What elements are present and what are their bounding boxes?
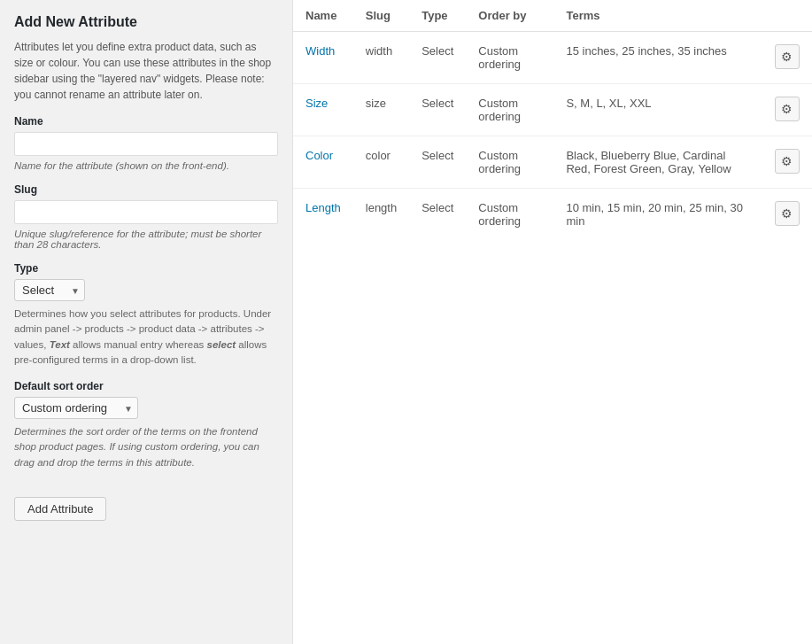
col-slug: Slug — [353, 0, 409, 32]
attributes-table: Name Slug Type Order by Terms Width widt… — [293, 0, 812, 240]
name-field-group: Name Name for the attribute (shown on th… — [14, 115, 278, 171]
sort-order-label: Default sort order — [14, 380, 278, 392]
col-type: Type — [409, 0, 466, 32]
type-select[interactable]: Select Text — [14, 279, 85, 301]
sort-order-select-wrapper: Custom ordering Name Name (numeric) Term… — [14, 397, 138, 419]
row-name: Length — [293, 189, 353, 241]
attribute-link[interactable]: Width — [305, 44, 335, 58]
row-orderby: Custom ordering — [466, 136, 553, 189]
row-actions: ⚙ — [762, 32, 812, 84]
col-name: Name — [293, 0, 353, 32]
name-label: Name — [14, 115, 278, 128]
type-field-group: Type Select Text ▼ Determines how you se… — [14, 262, 278, 368]
attributes-table-panel: Name Slug Type Order by Terms Width widt… — [292, 0, 812, 644]
col-terms: Terms — [553, 0, 762, 32]
row-slug: width — [353, 32, 409, 84]
row-terms: 10 min, 15 min, 20 min, 25 min, 30 min — [553, 189, 762, 241]
type-label: Type — [14, 262, 278, 275]
settings-button[interactable]: ⚙ — [775, 201, 800, 226]
type-select-wrapper: Select Text ▼ — [14, 279, 85, 301]
row-terms: 15 inches, 25 inches, 35 inches — [553, 32, 762, 84]
type-description: Determines how you select attributes for… — [14, 306, 278, 368]
row-orderby: Custom ordering — [466, 32, 553, 84]
row-actions: ⚙ — [762, 189, 812, 241]
row-slug: length — [353, 189, 409, 241]
attribute-link[interactable]: Color — [305, 149, 333, 162]
row-slug: size — [353, 84, 409, 136]
row-name: Width — [293, 32, 353, 84]
settings-button[interactable]: ⚙ — [775, 44, 800, 69]
row-terms: Black, Blueberry Blue, Cardinal Red, For… — [553, 136, 762, 189]
table-row: Color color Select Custom ordering Black… — [293, 136, 812, 189]
table-header: Name Slug Type Order by Terms — [293, 0, 812, 32]
panel-description: Attributes let you define extra product … — [14, 39, 278, 103]
name-hint: Name for the attribute (shown on the fro… — [14, 160, 278, 171]
add-attribute-button[interactable]: Add Attribute — [14, 497, 106, 521]
row-name: Size — [293, 84, 353, 136]
attribute-link[interactable]: Length — [305, 201, 341, 214]
slug-hint: Unique slug/reference for the attribute;… — [14, 229, 278, 250]
row-type: Select — [409, 189, 466, 241]
row-actions: ⚙ — [762, 84, 812, 136]
table-body: Width width Select Custom ordering 15 in… — [293, 32, 812, 241]
row-actions: ⚙ — [762, 136, 812, 189]
row-orderby: Custom ordering — [466, 84, 553, 136]
sort-order-description: Determines the sort order of the terms o… — [14, 424, 278, 470]
slug-field-group: Slug Unique slug/reference for the attri… — [14, 183, 278, 250]
col-actions — [762, 0, 812, 32]
slug-input[interactable] — [14, 200, 278, 224]
settings-button[interactable]: ⚙ — [775, 97, 800, 121]
attribute-link[interactable]: Size — [305, 97, 328, 110]
row-type: Select — [409, 136, 466, 189]
row-slug: color — [353, 136, 409, 189]
add-attribute-panel: Add New Attribute Attributes let you def… — [0, 0, 292, 644]
slug-label: Slug — [14, 183, 278, 196]
col-orderby: Order by — [466, 0, 553, 32]
row-terms: S, M, L, XL, XXL — [553, 84, 762, 136]
table-row: Length length Select Custom ordering 10 … — [293, 189, 812, 241]
row-name: Color — [293, 136, 353, 189]
sort-order-select[interactable]: Custom ordering Name Name (numeric) Term… — [14, 397, 138, 419]
panel-title: Add New Attribute — [14, 14, 278, 30]
select-bold: select — [207, 339, 236, 350]
row-orderby: Custom ordering — [466, 189, 553, 241]
table-row: Size size Select Custom ordering S, M, L… — [293, 84, 812, 136]
row-type: Select — [409, 84, 466, 136]
table-row: Width width Select Custom ordering 15 in… — [293, 32, 812, 84]
settings-button[interactable]: ⚙ — [775, 149, 800, 174]
text-bold: Text — [50, 339, 70, 350]
sort-order-field-group: Default sort order Custom ordering Name … — [14, 380, 278, 470]
row-type: Select — [409, 32, 466, 84]
name-input[interactable] — [14, 132, 278, 156]
